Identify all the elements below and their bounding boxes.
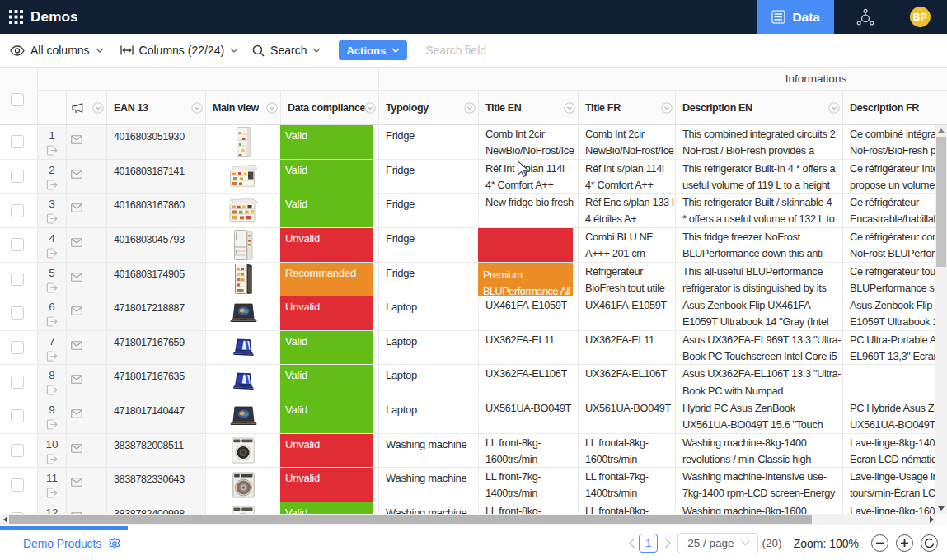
- description-fr-cell[interactable]: Ce réfrigérateurEncastrable/habillable 4…: [843, 194, 947, 227]
- ean-cell[interactable]: 3838782400998: [107, 502, 206, 514]
- collection-link[interactable]: Demo Products: [23, 537, 101, 550]
- product-image[interactable]: [237, 127, 251, 157]
- title-en-cell[interactable]: LL front-8kg-1600trs/min: [479, 502, 579, 514]
- row-checkbox[interactable]: [11, 170, 24, 183]
- product-image[interactable]: [228, 406, 259, 427]
- title-en-cell[interactable]: UX362FA-EL11: [479, 331, 579, 365]
- compliance-cell[interactable]: Valid: [281, 365, 379, 399]
- envelope-icon[interactable]: [71, 306, 82, 315]
- gear-icon[interactable]: [108, 537, 121, 550]
- search-field-input[interactable]: [425, 44, 607, 57]
- row-checkbox[interactable]: [11, 306, 24, 320]
- select-all-checkbox[interactable]: [11, 93, 24, 106]
- row-checkbox[interactable]: [11, 135, 24, 148]
- title-fr-cell[interactable]: UX362FA-EL11: [579, 331, 676, 365]
- ean-cell[interactable]: 4718017167635: [107, 365, 206, 399]
- column-filter-icon[interactable]: [564, 102, 575, 114]
- title-en-cell[interactable]: LL front-8kg-1600trs/min: [479, 434, 579, 468]
- header-cell-main_view[interactable]: Main view: [206, 91, 281, 125]
- product-image[interactable]: [232, 338, 256, 357]
- row-checkbox[interactable]: [11, 376, 24, 389]
- ean-cell[interactable]: 4016803045793: [107, 228, 206, 262]
- column-filter-icon[interactable]: [828, 102, 840, 114]
- open-record-icon[interactable]: [46, 419, 58, 430]
- compliance-cell[interactable]: Valid: [281, 194, 379, 227]
- column-filter-icon[interactable]: [266, 102, 278, 114]
- compliance-cell[interactable]: Unvalid: [281, 228, 379, 262]
- header-cell-actions[interactable]: [67, 91, 107, 125]
- description-en-cell[interactable]: Asus UX362FA-EL969T 13.3 "Ultra-Book PC …: [676, 331, 843, 365]
- row-checkbox[interactable]: [11, 238, 24, 251]
- envelope-icon[interactable]: [71, 478, 82, 487]
- title-fr-cell[interactable]: LL frontal-8kg-1600trs/min: [579, 502, 676, 514]
- title-en-cell[interactable]: UX362FA-EL106T: [479, 365, 579, 399]
- open-record-icon[interactable]: [46, 385, 58, 395]
- envelope-icon[interactable]: [71, 135, 82, 144]
- product-image[interactable]: [232, 472, 255, 498]
- nav-tab-hierarchy[interactable]: [834, 0, 896, 34]
- open-record-icon[interactable]: [46, 180, 58, 190]
- envelope-icon[interactable]: [71, 375, 82, 384]
- product-image[interactable]: [228, 198, 259, 223]
- typology-cell[interactable]: Fridge: [379, 228, 479, 262]
- envelope-icon[interactable]: [71, 203, 82, 212]
- row-checkbox[interactable]: [11, 478, 24, 492]
- description-en-cell[interactable]: Washing machine-8kg-1600rpm-LCD screen: [676, 502, 843, 514]
- ean-cell[interactable]: 4718017140447: [107, 399, 206, 433]
- title-fr-cell[interactable]: Comb Int 2cirNewBio/NoFrost/Ice: [579, 125, 676, 159]
- header-cell-ean[interactable]: EAN 13: [107, 91, 206, 125]
- description-en-cell[interactable]: Asus UX362FA-EL106T 13.3 "Ultra-Book PC …: [676, 365, 843, 399]
- apps-grid-icon[interactable]: [9, 10, 23, 24]
- row-checkbox[interactable]: [11, 273, 24, 286]
- title-fr-cell[interactable]: LL frontal-7kg-1400trs/min: [579, 468, 676, 502]
- zoom-out-button[interactable]: [871, 534, 888, 552]
- description-fr-cell[interactable]: Ce combiné intégrable 2 circuitsNoFrost/…: [843, 125, 947, 159]
- title-fr-cell[interactable]: RéfrigérateurBioFresh tout utile: [579, 263, 676, 296]
- main-view-cell[interactable]: [206, 228, 281, 262]
- ean-cell[interactable]: 3838782008511: [107, 434, 206, 468]
- compliance-cell[interactable]: Unvalid: [281, 468, 379, 502]
- compliance-cell[interactable]: Valid: [281, 160, 379, 194]
- typology-cell[interactable]: Laptop: [379, 365, 479, 399]
- title-en-cell[interactable]: PremiumBLUPerformance All-: [479, 263, 579, 296]
- title-fr-cell[interactable]: UX561UA-BO049T: [579, 399, 676, 433]
- main-view-cell[interactable]: [206, 365, 281, 399]
- description-fr-cell[interactable]: Lave-linge-8kg-1600trs/min-Écran LCD: [843, 502, 947, 514]
- open-record-icon[interactable]: [46, 145, 58, 156]
- envelope-icon[interactable]: [71, 341, 82, 350]
- typology-cell[interactable]: Laptop: [379, 296, 479, 330]
- main-view-cell[interactable]: [206, 194, 281, 227]
- all-columns-dropdown[interactable]: All columns: [10, 44, 104, 57]
- horizontal-scrollbar-thumb[interactable]: [9, 515, 812, 524]
- typology-cell[interactable]: Fridge: [379, 160, 479, 194]
- column-filter-icon[interactable]: [661, 102, 673, 114]
- header-cell-title_en[interactable]: Title EN: [479, 91, 579, 125]
- main-view-cell[interactable]: [206, 125, 281, 159]
- description-en-cell[interactable]: Hybrid PC Asus ZenBookUX561UA-BO049T 15.…: [676, 399, 843, 433]
- scroll-up-arrow[interactable]: [935, 125, 947, 136]
- refresh-button[interactable]: [921, 534, 938, 552]
- open-record-icon[interactable]: [46, 488, 58, 498]
- title-fr-cell[interactable]: LL frontal-8kg-1600trs/min: [579, 434, 676, 468]
- description-en-cell[interactable]: This refrigerator Built / skinnable 4* o…: [676, 194, 843, 227]
- ean-cell[interactable]: 4016803051930: [107, 125, 206, 159]
- ean-cell[interactable]: 4016803187141: [107, 160, 206, 194]
- typology-cell[interactable]: Washing machine: [379, 502, 479, 514]
- product-image[interactable]: [232, 372, 256, 391]
- open-record-icon[interactable]: [46, 282, 58, 293]
- main-view-cell[interactable]: [206, 502, 281, 514]
- typology-cell[interactable]: Washing machine: [379, 434, 479, 468]
- page-number-button[interactable]: 1: [639, 534, 658, 553]
- ean-cell[interactable]: 4718017167659: [107, 331, 206, 365]
- ean-cell[interactable]: 4016803174905: [107, 263, 206, 296]
- description-fr-cell[interactable]: Ce réfrigérateur Intégrable 4*propose un…: [843, 160, 947, 194]
- title-en-cell[interactable]: Comb Int 2cirNewBio/NoFrost/Ice: [479, 125, 579, 159]
- row-checkbox[interactable]: [11, 444, 24, 457]
- header-cell-title_fr[interactable]: Title FR: [579, 91, 676, 125]
- description-en-cell[interactable]: This all-useful BLUPerformancerefrigerat…: [676, 263, 843, 296]
- main-view-cell[interactable]: [206, 331, 281, 365]
- product-image[interactable]: [234, 230, 253, 260]
- title-fr-cell[interactable]: Réf Enc s/plan 133 l4 étoiles A+: [579, 194, 676, 227]
- description-fr-cell[interactable]: [843, 365, 947, 399]
- product-image[interactable]: [232, 437, 255, 464]
